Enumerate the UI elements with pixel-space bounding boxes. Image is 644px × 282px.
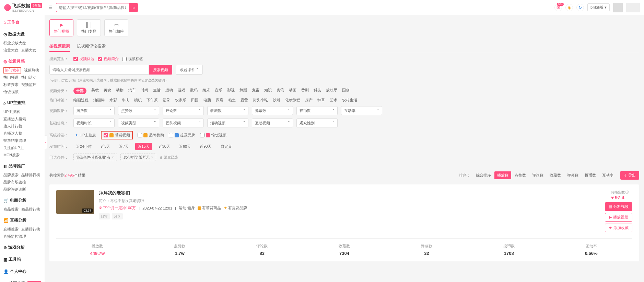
cat-item[interactable]: 放映厅 [326,88,337,94]
info-icon[interactable]: ⓘ [625,190,629,195]
nav-live-talent-search[interactable]: 直播达人搜索 [3,116,26,122]
nav-mcn-search[interactable]: MCN搜索 [3,152,20,158]
nav-traffic[interactable]: 流量大盘 [3,47,19,54]
nav-industry-placement[interactable]: 行业投放大盘 [3,40,26,46]
global-search-button[interactable]: ⌕ [129,3,138,12]
nav-workspace[interactable]: ⌂工作台 [3,18,41,26]
sidebar-collapse[interactable]: ‹ [45,135,47,149]
nav-product-search[interactable]: 商品搜索 [3,206,19,213]
hottag-item[interactable]: 种草 [317,98,325,103]
adv-mention-brand[interactable]: 提及品牌 [169,133,195,138]
sel-interactive[interactable]: 互动视频˅ [252,119,293,127]
tab-hot-video[interactable]: ▶热门视频 [49,19,73,36]
nav-purchase[interactable]: 🛍购买续费年付6折 [3,279,41,282]
adv-brand-sponsor[interactable]: 品牌赞助 [138,133,164,138]
nav-live-analysis[interactable]: 📶直播分析 [3,216,41,225]
sel-likes[interactable]: 点赞数˅ [118,106,159,115]
nav-live-search[interactable]: 直播搜索 [3,226,19,233]
time-24h[interactable]: 近24小时 [73,143,94,150]
scope-title[interactable]: 视频标题 [73,56,94,61]
user-avatar[interactable] [613,3,623,12]
cat-item[interactable]: 美食 [104,88,111,94]
nav-hot-material[interactable]: 热门素材 [3,67,21,74]
time-30d[interactable]: 近30天 [156,143,173,150]
subtab-comment-search[interactable]: 按视频评论搜索 [77,41,106,52]
keyword-input[interactable] [49,65,149,75]
hottag-item[interactable]: 探店 [216,98,223,103]
video-title[interactable]: 拜拜我的老婆们 [99,190,600,196]
nav-brand-monitor[interactable]: 品牌市场监控 [3,179,26,185]
hottag-item[interactable]: 农村生活 [342,98,357,103]
sel-danmu[interactable]: 弹幕数˅ [252,106,293,115]
cat-item[interactable]: 游戏 [178,88,185,94]
global-search-input[interactable] [56,5,129,10]
time-3d[interactable]: 近3天 [98,143,113,150]
nav-up-search-item[interactable]: UP主搜索 [3,109,20,115]
favorite-button[interactable]: ★添加收藏 [605,224,632,232]
hottag-item[interactable]: 街头小吃 [253,98,268,103]
video-author[interactable]: ♛下个月一定冲100万 [99,205,136,211]
cat-item[interactable]: 舞蹈 [239,88,247,94]
sort-coins[interactable]: 投币数 [582,171,599,179]
nav-followed-up[interactable]: 关注的UP主 [3,145,24,151]
sel-type[interactable]: 视频类型˅ [118,119,159,127]
play-button[interactable]: ▶播放视频 [605,213,632,222]
sel-activity[interactable]: 活动视频˅ [207,119,248,127]
nav-video-rank[interactable]: 视频热榜 [24,67,39,74]
video-tag[interactable]: 日常 [99,213,110,219]
hottag-item[interactable]: 油画棒 [93,98,105,103]
chip-remove[interactable]: × [112,156,114,159]
time-15d[interactable]: 近15天 [135,143,152,150]
cat-item[interactable]: 番剧 [301,88,309,94]
nav-creative[interactable]: ◍创意灵感 [3,57,41,66]
tab-hot-column[interactable]: ║║热门专栏 [77,19,101,36]
sort-likes[interactable]: 点赞数 [512,171,529,179]
sel-comments[interactable]: 评论数˅ [163,106,204,115]
nav-up-search[interactable]: ⌕UP主查找 [3,99,41,107]
adv-sponsored-video[interactable]: 恰饭视频 [200,133,226,138]
cat-item[interactable]: 动物 [116,88,124,94]
sort-comments[interactable]: 评论数 [529,171,546,179]
nav-hot-activity[interactable]: 热门活动 [21,74,36,81]
time-custom[interactable]: 自定义 [218,143,235,150]
cat-item[interactable]: 运动 [165,88,173,94]
hottag-item[interactable]: 农家乐 [175,98,186,103]
cat-item[interactable]: 科技 [314,88,321,94]
menu-toggle-icon[interactable]: ☰ [49,5,52,10]
user-menu[interactable] [626,3,640,12]
nav-data-overview[interactable]: ◷数据大盘 [3,30,41,38]
keyword-search-button[interactable]: 搜索视频 [149,65,172,75]
sort-favs[interactable]: 收藏数 [547,171,564,179]
hottag-item[interactable]: 下午茶 [147,98,158,103]
nav-brand-search[interactable]: 品牌搜索 [3,172,19,178]
hottag-item[interactable]: 绘画过程 [73,98,89,103]
adv-up-info[interactable]: ★UP主信息 [75,133,96,138]
hottag-item[interactable]: 水彩 [109,98,117,103]
sel-coins[interactable]: 投币数˅ [296,106,338,115]
hottag-item[interactable]: 沙雕 [273,98,280,103]
subtab-video-search[interactable]: 按视频搜索 [49,41,70,52]
cat-item[interactable]: 汽车 [128,88,136,94]
nav-live-monitor[interactable]: 直播监控管理 [3,233,26,240]
nav-profile[interactable]: 👤个人中心 [3,267,41,276]
hottag-item[interactable]: 粘土 [228,98,236,103]
video-tag[interactable]: 分享 [112,213,123,219]
sel-plays[interactable]: 播放数˅ [73,106,115,115]
cat-item[interactable]: 娱乐 [202,88,210,94]
cat-item[interactable]: 资讯 [277,88,284,94]
refresh-icon[interactable]: ↻ [576,4,584,11]
cat-all[interactable]: 全部 [73,88,86,94]
cat-item[interactable]: 鬼畜 [252,88,259,94]
nav-ecommerce[interactable]: 🛒电商分析 [3,196,41,205]
nav-brand-rank[interactable]: 品牌排行榜 [21,172,40,178]
hottag-item[interactable]: 艺术 [330,98,337,103]
cat-item[interactable]: 时尚 [141,88,148,94]
sel-gender[interactable]: 观众性别˅ [296,119,338,127]
cat-item[interactable]: 影视 [227,88,235,94]
export-button[interactable]: ⇩导出 [620,171,639,180]
cat-item[interactable]: 动画 [289,88,296,94]
sort-interact[interactable]: 互动率 [599,171,616,179]
hottag-item[interactable]: 房产 [305,98,313,103]
sort-danmu[interactable]: 弹幕数 [564,171,581,179]
hottag-item[interactable]: 编织 [134,98,142,103]
